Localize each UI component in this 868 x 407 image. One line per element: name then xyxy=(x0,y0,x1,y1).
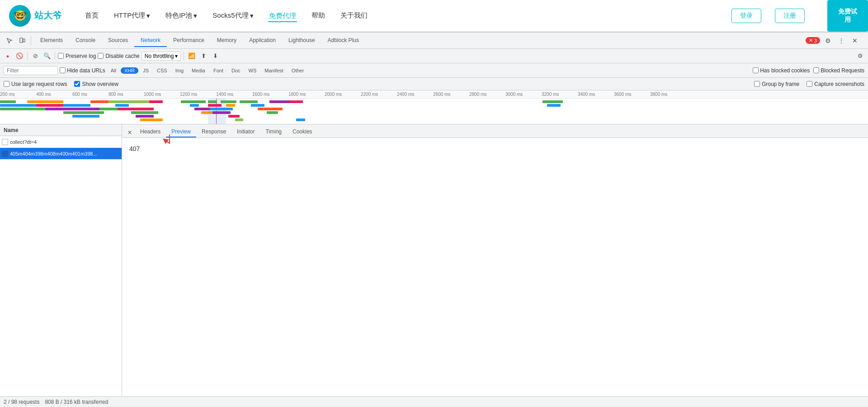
nav-socks5[interactable]: Socks5代理 ▾ xyxy=(212,9,254,22)
nav-about[interactable]: 关于我们 xyxy=(340,9,368,22)
logo-text: 站大爷 xyxy=(34,9,61,22)
navbar: 🤓 站大爷 首页 HTTP代理 ▾ 特色IP池 ▾ Socks5代理 ▾ 免费代… xyxy=(0,0,868,32)
nav-help[interactable]: 帮助 xyxy=(311,9,326,22)
chevron-down-icon: ▾ xyxy=(193,12,197,20)
logo-area[interactable]: 🤓 站大爷 xyxy=(9,5,61,27)
logo-icon: 🤓 xyxy=(9,5,31,27)
free-trial-button[interactable]: 免费试用 xyxy=(827,0,868,32)
login-button[interactable]: 登录 xyxy=(731,9,761,23)
chevron-down-icon: ▾ xyxy=(250,12,254,20)
nav-home[interactable]: 首页 xyxy=(84,9,99,22)
nav-free-proxy[interactable]: 免费代理 xyxy=(268,9,297,22)
nav-http[interactable]: HTTP代理 ▾ xyxy=(113,9,151,22)
register-button[interactable]: 注册 xyxy=(775,9,805,23)
nav-ip[interactable]: 特色IP池 ▾ xyxy=(165,9,198,22)
logo-emoji: 🤓 xyxy=(14,10,26,22)
chevron-down-icon: ▾ xyxy=(146,12,150,20)
